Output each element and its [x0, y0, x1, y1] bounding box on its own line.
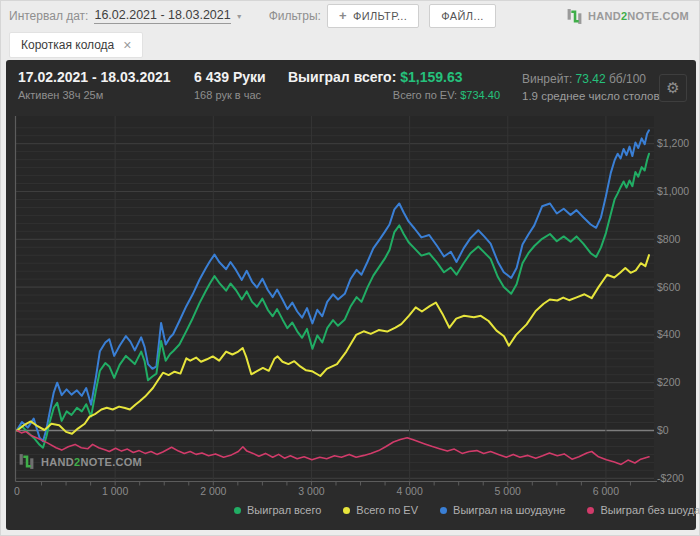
- logo-text: HAND2NOTE.COM: [588, 10, 689, 22]
- legend-label: Выиграл всего: [247, 504, 321, 516]
- legend-label: Выиграл без шоудауна: [600, 504, 700, 516]
- stat-avg-tables: 1.9 среднее число столов: [522, 90, 660, 102]
- stat-won-total-value: $1,159.63: [400, 69, 462, 85]
- y-tick-label: $0: [657, 424, 669, 436]
- y-tick-label: -$200: [657, 472, 684, 484]
- stat-winrate-line: Винрейт: 73.42 бб/100: [522, 72, 660, 86]
- y-tick-label: $600: [657, 281, 681, 293]
- toolbar: Интервал дат: 16.02.2021 - 18.03.2021 ▼ …: [1, 1, 699, 31]
- chart-legend: Выиграл всегоВсего по EVВыиграл на шоуда…: [234, 504, 700, 516]
- y-tick-label: $1,200: [657, 137, 689, 149]
- x-tick-label: 6 000: [593, 485, 619, 497]
- plus-icon: +: [339, 11, 347, 21]
- x-tick-label: 0: [14, 485, 20, 497]
- plot-background: [16, 116, 655, 482]
- y-tick-label: $800: [657, 233, 681, 245]
- stat-hands: 6 439 Руки 168 рук в час: [194, 69, 266, 101]
- app-window: Интервал дат: 16.02.2021 - 18.03.2021 ▼ …: [0, 0, 700, 536]
- chart-watermark: HAND2NOTE.COM: [18, 453, 142, 470]
- legend-dot-icon: [587, 507, 594, 514]
- stat-ev-total: Всего по EV: $734.40: [288, 89, 500, 101]
- settings-button[interactable]: ⚙: [659, 74, 687, 102]
- close-icon[interactable]: ×: [123, 40, 131, 50]
- x-tick-label: 1 000: [102, 485, 128, 497]
- add-filter-button[interactable]: + ФИЛЬТР...: [327, 4, 419, 28]
- legend-item-0[interactable]: Выиграл всего: [234, 504, 321, 516]
- x-tick-label: 2 000: [200, 485, 226, 497]
- x-tick-label: 4 000: [396, 485, 422, 497]
- y-tick-label: $400: [657, 328, 681, 340]
- legend-item-1[interactable]: Всего по EV: [343, 504, 418, 516]
- date-range-selector[interactable]: 16.02.2021 - 18.03.2021 ▼: [94, 8, 242, 24]
- report-panel: 17.02.2021 - 18.03.2021 Активен 38ч 25м …: [6, 60, 696, 530]
- stat-date-range: 17.02.2021 - 18.03.2021 Активен 38ч 25м: [18, 69, 171, 101]
- file-button[interactable]: ФАЙЛ...: [429, 4, 496, 28]
- hand2note-logo-icon: [566, 8, 583, 25]
- legend-item-3[interactable]: Выиграл без шоудауна: [587, 504, 700, 516]
- x-tick-label: 3 000: [298, 485, 324, 497]
- stat-hands-value: 6 439 Руки: [194, 69, 266, 85]
- winnings-chart: 01 0002 0003 0004 0005 0006 000-$200$0$2…: [6, 112, 696, 512]
- chevron-down-icon: ▼: [236, 13, 243, 20]
- file-button-label: ФАЙЛ...: [441, 10, 484, 22]
- add-filter-label: ФИЛЬТР...: [353, 10, 407, 22]
- stat-date-range-value: 17.02.2021 - 18.03.2021: [18, 69, 171, 85]
- watermark-logo-icon: [18, 453, 35, 470]
- legend-dot-icon: [343, 507, 350, 514]
- legend-dot-icon: [440, 507, 447, 514]
- legend-dot-icon: [234, 507, 241, 514]
- date-range-value[interactable]: 16.02.2021 - 18.03.2021: [94, 8, 230, 24]
- gear-icon: ⚙: [666, 79, 679, 97]
- stat-active-time: Активен 38ч 25м: [18, 89, 171, 101]
- legend-item-2[interactable]: Выиграл на шоудауне: [440, 504, 565, 516]
- y-tick-label: $200: [657, 376, 681, 388]
- filter-chip-short-deck[interactable]: Короткая колода ×: [9, 32, 143, 58]
- filter-chip-row: Короткая колода ×: [9, 32, 143, 58]
- stat-winrate: Винрейт: 73.42 бб/100 1.9 среднее число …: [522, 72, 660, 102]
- stat-winnings: Выиграл всего: $1,159.63 Всего по EV: $7…: [288, 69, 500, 101]
- legend-label: Всего по EV: [356, 504, 418, 516]
- interval-label: Интервал дат:: [9, 9, 88, 23]
- x-tick-label: 5 000: [495, 485, 521, 497]
- stat-ev-total-value: $734.40: [460, 89, 500, 101]
- y-tick-label: $1,000: [657, 185, 689, 197]
- watermark-text: HAND2NOTE.COM: [41, 456, 142, 468]
- legend-label: Выиграл на шоудауне: [453, 504, 565, 516]
- stat-won-total: Выиграл всего: $1,159.63: [288, 69, 500, 85]
- filters-label: Фильтры:: [269, 9, 321, 23]
- stat-winrate-value: 73.42: [576, 72, 606, 86]
- stat-hands-per-hour: 168 рук в час: [194, 89, 266, 101]
- hand2note-logo: HAND2NOTE.COM: [566, 8, 689, 25]
- filter-chip-label: Короткая колода: [21, 38, 114, 52]
